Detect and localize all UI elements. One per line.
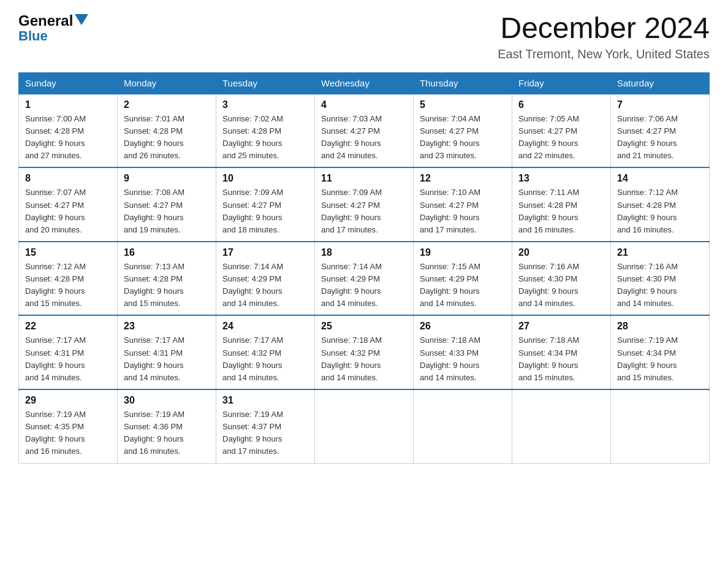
day-number: 15 <box>25 247 111 258</box>
table-row: 29 Sunrise: 7:19 AM Sunset: 4:35 PM Dayl… <box>19 389 118 463</box>
day-info: Sunrise: 7:09 AM Sunset: 4:27 PM Dayligh… <box>222 186 308 236</box>
table-row: 17 Sunrise: 7:14 AM Sunset: 4:29 PM Dayl… <box>216 242 315 316</box>
day-info: Sunrise: 7:18 AM Sunset: 4:33 PM Dayligh… <box>420 334 506 384</box>
table-row: 12 Sunrise: 7:10 AM Sunset: 4:27 PM Dayl… <box>414 167 512 242</box>
table-row: 27 Sunrise: 7:18 AM Sunset: 4:34 PM Dayl… <box>512 315 611 389</box>
day-number: 3 <box>222 99 308 110</box>
day-info: Sunrise: 7:19 AM Sunset: 4:35 PM Dayligh… <box>25 408 111 458</box>
table-row: 26 Sunrise: 7:18 AM Sunset: 4:33 PM Dayl… <box>414 315 512 389</box>
day-info: Sunrise: 7:12 AM Sunset: 4:28 PM Dayligh… <box>617 186 703 236</box>
day-info: Sunrise: 7:08 AM Sunset: 4:27 PM Dayligh… <box>124 186 210 236</box>
day-number: 25 <box>321 321 407 332</box>
day-number: 20 <box>518 247 604 258</box>
day-info: Sunrise: 7:13 AM Sunset: 4:28 PM Dayligh… <box>124 261 210 310</box>
day-info: Sunrise: 7:10 AM Sunset: 4:27 PM Dayligh… <box>420 186 506 236</box>
table-row: 22 Sunrise: 7:17 AM Sunset: 4:31 PM Dayl… <box>19 315 118 389</box>
col-saturday: Saturday <box>611 72 710 94</box>
logo-general-text: General <box>18 12 73 29</box>
table-row: 21 Sunrise: 7:16 AM Sunset: 4:30 PM Dayl… <box>611 242 710 316</box>
table-row: 4 Sunrise: 7:03 AM Sunset: 4:27 PM Dayli… <box>315 94 414 168</box>
location-subtitle: East Tremont, New York, United States <box>498 47 710 61</box>
day-info: Sunrise: 7:01 AM Sunset: 4:28 PM Dayligh… <box>124 113 210 163</box>
day-info: Sunrise: 7:15 AM Sunset: 4:29 PM Dayligh… <box>420 261 506 310</box>
table-row: 11 Sunrise: 7:09 AM Sunset: 4:27 PM Dayl… <box>315 167 414 242</box>
table-row: 18 Sunrise: 7:14 AM Sunset: 4:29 PM Dayl… <box>315 242 414 316</box>
calendar-week-row: 8 Sunrise: 7:07 AM Sunset: 4:27 PM Dayli… <box>19 167 710 242</box>
day-number: 28 <box>617 321 703 332</box>
calendar-week-row: 29 Sunrise: 7:19 AM Sunset: 4:35 PM Dayl… <box>19 389 710 463</box>
day-number: 6 <box>518 99 604 110</box>
day-number: 24 <box>222 321 308 332</box>
table-row: 15 Sunrise: 7:12 AM Sunset: 4:28 PM Dayl… <box>19 242 118 316</box>
day-number: 22 <box>25 321 111 332</box>
day-number: 7 <box>617 99 703 110</box>
table-row: 1 Sunrise: 7:00 AM Sunset: 4:28 PM Dayli… <box>19 94 118 168</box>
logo-arrow-icon <box>75 14 88 28</box>
table-row <box>414 389 512 463</box>
day-number: 10 <box>222 173 308 184</box>
logo-blue-text: Blue <box>18 28 48 44</box>
table-row: 28 Sunrise: 7:19 AM Sunset: 4:34 PM Dayl… <box>611 315 710 389</box>
day-info: Sunrise: 7:04 AM Sunset: 4:27 PM Dayligh… <box>420 113 506 163</box>
day-number: 18 <box>321 247 407 258</box>
table-row: 5 Sunrise: 7:04 AM Sunset: 4:27 PM Dayli… <box>414 94 512 168</box>
month-year-title: December 2024 <box>498 12 710 45</box>
table-row: 30 Sunrise: 7:19 AM Sunset: 4:36 PM Dayl… <box>118 389 216 463</box>
day-info: Sunrise: 7:11 AM Sunset: 4:28 PM Dayligh… <box>518 186 604 236</box>
day-info: Sunrise: 7:18 AM Sunset: 4:32 PM Dayligh… <box>321 334 407 384</box>
calendar-header-row: Sunday Monday Tuesday Wednesday Thursday… <box>19 72 710 94</box>
col-wednesday: Wednesday <box>315 72 414 94</box>
table-row <box>315 389 414 463</box>
title-block: December 2024 East Tremont, New York, Un… <box>498 12 710 61</box>
day-number: 5 <box>420 99 506 110</box>
col-tuesday: Tuesday <box>216 72 315 94</box>
day-info: Sunrise: 7:07 AM Sunset: 4:27 PM Dayligh… <box>25 186 111 236</box>
day-number: 14 <box>617 173 703 184</box>
day-info: Sunrise: 7:19 AM Sunset: 4:37 PM Dayligh… <box>222 408 308 458</box>
col-thursday: Thursday <box>414 72 512 94</box>
day-info: Sunrise: 7:05 AM Sunset: 4:27 PM Dayligh… <box>518 113 604 163</box>
day-info: Sunrise: 7:00 AM Sunset: 4:28 PM Dayligh… <box>25 113 111 163</box>
table-row: 6 Sunrise: 7:05 AM Sunset: 4:27 PM Dayli… <box>512 94 611 168</box>
day-number: 23 <box>124 321 210 332</box>
table-row: 24 Sunrise: 7:17 AM Sunset: 4:32 PM Dayl… <box>216 315 315 389</box>
table-row: 8 Sunrise: 7:07 AM Sunset: 4:27 PM Dayli… <box>19 167 118 242</box>
table-row: 16 Sunrise: 7:13 AM Sunset: 4:28 PM Dayl… <box>118 242 216 316</box>
day-number: 16 <box>124 247 210 258</box>
calendar-week-row: 1 Sunrise: 7:00 AM Sunset: 4:28 PM Dayli… <box>19 94 710 168</box>
day-info: Sunrise: 7:16 AM Sunset: 4:30 PM Dayligh… <box>617 261 703 310</box>
col-monday: Monday <box>118 72 216 94</box>
page-header: General Blue December 2024 East Tremont,… <box>18 12 710 61</box>
day-info: Sunrise: 7:17 AM Sunset: 4:31 PM Dayligh… <box>25 334 111 384</box>
table-row <box>512 389 611 463</box>
calendar-week-row: 22 Sunrise: 7:17 AM Sunset: 4:31 PM Dayl… <box>19 315 710 389</box>
day-info: Sunrise: 7:17 AM Sunset: 4:32 PM Dayligh… <box>222 334 308 384</box>
calendar-week-row: 15 Sunrise: 7:12 AM Sunset: 4:28 PM Dayl… <box>19 242 710 316</box>
day-number: 21 <box>617 247 703 258</box>
table-row: 7 Sunrise: 7:06 AM Sunset: 4:27 PM Dayli… <box>611 94 710 168</box>
day-number: 9 <box>124 173 210 184</box>
day-info: Sunrise: 7:06 AM Sunset: 4:27 PM Dayligh… <box>617 113 703 163</box>
calendar-table: Sunday Monday Tuesday Wednesday Thursday… <box>18 72 710 464</box>
table-row: 31 Sunrise: 7:19 AM Sunset: 4:37 PM Dayl… <box>216 389 315 463</box>
table-row: 10 Sunrise: 7:09 AM Sunset: 4:27 PM Dayl… <box>216 167 315 242</box>
day-info: Sunrise: 7:19 AM Sunset: 4:36 PM Dayligh… <box>124 408 210 458</box>
day-number: 30 <box>124 395 210 406</box>
table-row: 9 Sunrise: 7:08 AM Sunset: 4:27 PM Dayli… <box>118 167 216 242</box>
day-number: 1 <box>25 99 111 110</box>
day-info: Sunrise: 7:12 AM Sunset: 4:28 PM Dayligh… <box>25 261 111 310</box>
table-row: 19 Sunrise: 7:15 AM Sunset: 4:29 PM Dayl… <box>414 242 512 316</box>
day-number: 11 <box>321 173 407 184</box>
day-info: Sunrise: 7:19 AM Sunset: 4:34 PM Dayligh… <box>617 334 703 384</box>
day-info: Sunrise: 7:03 AM Sunset: 4:27 PM Dayligh… <box>321 113 407 163</box>
day-info: Sunrise: 7:17 AM Sunset: 4:31 PM Dayligh… <box>124 334 210 384</box>
day-info: Sunrise: 7:14 AM Sunset: 4:29 PM Dayligh… <box>222 261 308 310</box>
day-number: 26 <box>420 321 506 332</box>
day-info: Sunrise: 7:18 AM Sunset: 4:34 PM Dayligh… <box>518 334 604 384</box>
day-info: Sunrise: 7:14 AM Sunset: 4:29 PM Dayligh… <box>321 261 407 310</box>
table-row: 20 Sunrise: 7:16 AM Sunset: 4:30 PM Dayl… <box>512 242 611 316</box>
table-row: 2 Sunrise: 7:01 AM Sunset: 4:28 PM Dayli… <box>118 94 216 168</box>
svg-marker-0 <box>75 14 88 25</box>
table-row: 13 Sunrise: 7:11 AM Sunset: 4:28 PM Dayl… <box>512 167 611 242</box>
day-number: 12 <box>420 173 506 184</box>
